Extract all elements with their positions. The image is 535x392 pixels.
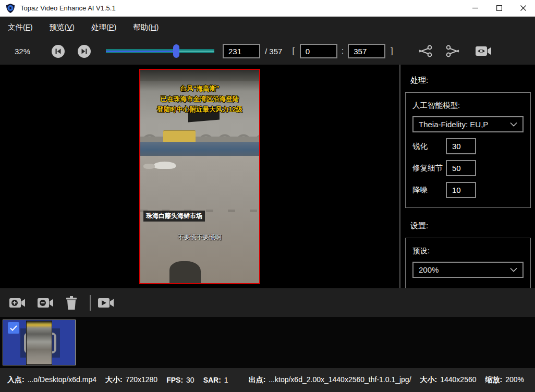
chevron-down-icon <box>510 122 517 127</box>
restore-detail-row: 修复细节 <box>412 160 524 176</box>
range-colon: : <box>342 46 344 56</box>
total-frames-label: / 357 <box>265 47 282 56</box>
video-bridge-deck <box>140 137 259 142</box>
app-logo-icon <box>5 3 16 14</box>
video-submerged-debris <box>143 164 155 169</box>
menu-bar: 文件(F) 预览(V) 处理(P) 帮助(H) <box>0 17 535 38</box>
checkbox-check-icon <box>10 325 17 331</box>
range-start-input[interactable] <box>300 44 337 58</box>
remove-video-icon[interactable] <box>37 296 54 310</box>
process-video-icon[interactable] <box>97 296 115 310</box>
video-foreground-object <box>169 261 201 283</box>
scissors-trim-start-icon[interactable] <box>416 44 433 58</box>
menu-process[interactable]: 处理(P) <box>91 22 116 32</box>
minimize-icon[interactable] <box>463 0 487 16</box>
sharpen-row: 锐化 <box>412 138 524 154</box>
sharpen-label: 锐化 <box>412 141 446 151</box>
denoise-row: 降噪 <box>412 182 524 198</box>
range-end-input[interactable] <box>348 44 385 58</box>
preview-area: 台风“海高斯” 已在珠海市金湾区沿海登陆 登陆时中心附近最大风力12级 珠海白藤… <box>0 65 399 288</box>
restore-detail-label: 修复细节 <box>412 163 446 173</box>
clip-thumbnail-image <box>26 321 52 365</box>
status-output-size: 大小:1440x2560 <box>420 375 477 385</box>
ai-model-select[interactable]: Theia-Fidelity: EU,P <box>412 116 524 132</box>
settings-panel: 处理: 人工智能模型: Theia-Fidelity: EU,P 锐化 修复细节 <box>400 65 535 288</box>
preview-zoom-percent: 32% <box>15 47 37 56</box>
video-headline-overlay: 台风“海高斯” 已在珠海市金湾区沿海登陆 登陆时中心附近最大风力12级 <box>140 83 259 115</box>
video-windshield-edge <box>140 70 259 81</box>
sharpen-input[interactable] <box>446 138 476 154</box>
skip-to-start-icon[interactable] <box>52 45 65 58</box>
clip-list <box>0 317 535 368</box>
current-frame-input[interactable] <box>223 44 260 58</box>
video-preview-frame[interactable]: 台风“海高斯” 已在珠海市金湾区沿海登陆 登陆时中心附近最大风力12级 珠海白藤… <box>139 69 260 284</box>
status-fps: FPS:30 <box>166 376 194 384</box>
clip-selected-checkbox[interactable] <box>8 322 19 334</box>
maximize-icon[interactable] <box>487 0 511 16</box>
scissors-trim-end-icon[interactable] <box>445 44 462 58</box>
preset-group: 预设: 200% 裁剪以填充帧 <box>405 238 531 288</box>
main-area: 台风“海高斯” 已在珠海市金湾区沿海登陆 登陆时中心附近最大风力12级 珠海白藤… <box>0 65 535 288</box>
range-bracket-close: ] <box>391 46 393 56</box>
ai-model-label: 人工智能模型: <box>412 101 524 111</box>
video-subtitle: 不要慌不要慌啊 <box>140 233 259 242</box>
menu-file[interactable]: 文件(F) <box>8 22 33 32</box>
denoise-input[interactable] <box>446 182 476 198</box>
restore-detail-input[interactable] <box>446 160 476 176</box>
skip-to-end-icon[interactable] <box>78 45 91 58</box>
app-window: Topaz Video Enhance AI V1.5.1 文件(F) 预览(V… <box>0 0 535 392</box>
denoise-label: 降噪 <box>412 185 446 195</box>
ai-model-selected-value: Theia-Fidelity: EU,P <box>419 120 488 129</box>
slider-handle[interactable] <box>173 44 179 58</box>
title-bar: Topaz Video Enhance AI V1.5.1 <box>0 0 535 17</box>
status-scale: 缩放:200% <box>485 375 524 385</box>
ai-model-group: 人工智能模型: Theia-Fidelity: EU,P 锐化 修复细节 降噪 <box>405 92 531 208</box>
status-bar: 入点:...o/Desktop/x6d.mp4 大小:720x1280 FPS:… <box>0 368 535 392</box>
video-submerged-car <box>154 162 176 169</box>
preset-selected-value: 200% <box>419 265 439 274</box>
status-sar: SAR:1 <box>203 376 228 384</box>
slider-remaining <box>176 51 214 52</box>
preset-select[interactable]: 200% <box>412 262 524 278</box>
status-input-size: 大小:720x1280 <box>105 375 157 385</box>
headline-line-2: 已在珠海市金湾区沿海登陆 <box>140 94 259 104</box>
process-heading: 处理: <box>410 76 535 85</box>
menu-preview[interactable]: 预览(V) <box>50 22 75 32</box>
video-location-label: 珠海白藤头海鲜市场 <box>143 211 205 222</box>
status-output-path: 出点:...ktop/x6d_2.00x_1440x2560_thf-1.0.1… <box>249 375 411 385</box>
clip-toolbar <box>0 288 535 317</box>
add-video-icon[interactable] <box>8 296 26 310</box>
toolbar-divider <box>90 295 91 311</box>
timeline-slider[interactable] <box>106 44 214 58</box>
chevron-down-icon <box>510 267 517 272</box>
window-title: Topaz Video Enhance AI V1.5.1 <box>20 4 116 12</box>
preset-label: 预设: <box>412 246 524 256</box>
headline-line-3: 登陆时中心附近最大风力12级 <box>140 104 259 115</box>
clip-thumbnail-selected[interactable] <box>3 320 76 365</box>
menu-help[interactable]: 帮助(H) <box>133 22 159 32</box>
slider-progress <box>106 51 176 52</box>
playback-toolbar: 32% / 357 [ : ] <box>0 38 535 65</box>
video-blue-guardrail <box>140 142 259 156</box>
range-bracket-open: [ <box>292 46 294 56</box>
settings-heading: 设置: <box>410 221 535 231</box>
close-icon[interactable] <box>511 0 535 16</box>
preview-camera-icon[interactable] <box>475 45 492 57</box>
status-input-path: 入点:...o/Desktop/x6d.mp4 <box>7 375 96 385</box>
trash-icon[interactable] <box>65 296 78 310</box>
headline-line-1: 台风“海高斯” <box>140 83 259 94</box>
